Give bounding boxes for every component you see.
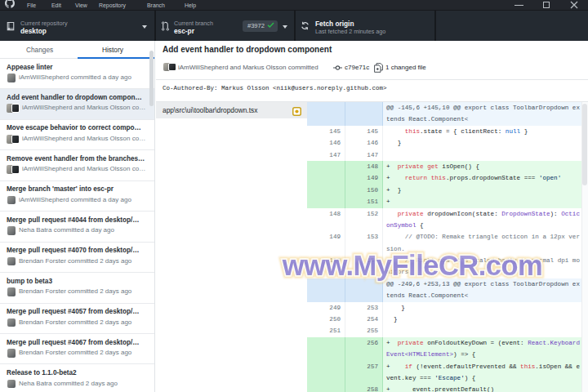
svg-text:www.MyFileCR.com: www.MyFileCR.com	[282, 250, 543, 281]
